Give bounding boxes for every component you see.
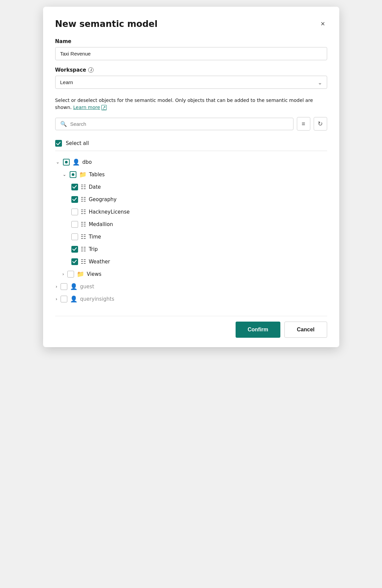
weather-checkbox[interactable] — [71, 258, 78, 265]
tables-checkbox[interactable] — [70, 171, 76, 178]
table-icon-hackneylicense: ☷ — [81, 208, 86, 215]
dialog-footer: Confirm Cancel — [55, 316, 327, 338]
hackneylicense-checkbox[interactable] — [71, 209, 78, 215]
geography-label: Geography — [89, 196, 117, 203]
queryinsights-checkbox[interactable] — [61, 296, 67, 302]
learn-more-link[interactable]: Learn more ↗ — [73, 104, 107, 111]
search-row: 🔍 ≡ ↻ — [55, 117, 327, 131]
tables-row: ⌄ 📁 Tables — [62, 168, 327, 181]
geography-checkbox[interactable] — [71, 196, 78, 203]
new-semantic-model-dialog: New semantic model × Name Workspace i Le… — [43, 7, 339, 347]
views-folder-icon: 📁 — [77, 270, 84, 278]
workspace-select-wrapper: Learn ⌄ — [55, 76, 327, 89]
filter-button[interactable]: ≡ — [297, 117, 310, 131]
guest-label: guest — [80, 284, 94, 290]
table-row-time: ☷ Time — [71, 230, 327, 243]
queryinsights-label: queryinsights — [80, 296, 114, 302]
select-all-checkbox[interactable] — [55, 140, 62, 147]
table-icon-date: ☷ — [81, 183, 86, 190]
guest-expand-button[interactable]: › — [55, 284, 58, 289]
date-checkbox[interactable] — [71, 184, 78, 190]
trip-checkbox[interactable] — [71, 246, 78, 253]
views-expand-button[interactable]: › — [62, 271, 65, 277]
name-field-section: Name — [55, 38, 327, 67]
weather-label: Weather — [89, 259, 110, 265]
medallion-label: Medallion — [89, 221, 113, 227]
search-box: 🔍 — [55, 118, 293, 130]
queryinsights-schema-icon: 👤 — [70, 295, 77, 302]
dialog-header: New semantic model × — [55, 19, 327, 29]
table-icon-weather: ☷ — [81, 258, 86, 265]
guest-schema-icon: 👤 — [70, 283, 77, 290]
schema-icon: 👤 — [72, 158, 80, 166]
dbo-label: dbo — [82, 159, 92, 165]
table-row-medallion: ☷ Medallion — [71, 218, 327, 230]
hackneylicense-label: HackneyLicense — [89, 209, 130, 215]
table-row-date: ☷ Date — [71, 181, 327, 193]
table-icon-medallion: ☷ — [81, 221, 86, 228]
folder-icon: 📁 — [79, 171, 86, 178]
trip-label: Trip — [89, 246, 98, 252]
close-button[interactable]: × — [319, 19, 327, 29]
table-icon-geography: ☷ — [81, 196, 86, 203]
dbo-checkbox[interactable] — [63, 159, 70, 166]
select-all-label: Select all — [66, 140, 89, 146]
workspace-select[interactable]: Learn — [55, 76, 327, 89]
medallion-checkbox[interactable] — [71, 221, 78, 228]
views-checkbox[interactable] — [67, 271, 74, 278]
table-row-geography: ☷ Geography — [71, 193, 327, 206]
search-icon: 🔍 — [60, 121, 67, 127]
date-label: Date — [89, 184, 101, 190]
queryinsights-expand-button[interactable]: › — [55, 296, 58, 301]
guest-checkbox[interactable] — [61, 283, 67, 290]
table-row-trip: ☷ Trip — [71, 243, 327, 255]
table-icon-trip: ☷ — [81, 246, 86, 253]
guest-row: › 👤 guest — [55, 280, 327, 293]
search-input[interactable] — [70, 121, 288, 127]
dialog-title: New semantic model — [55, 19, 158, 29]
table-row-weather: ☷ Weather — [71, 255, 327, 268]
dbo-row: ⌄ 👤 dbo — [55, 156, 327, 168]
workspace-label: Workspace i — [55, 67, 327, 73]
table-row-hackneylicense: ☷ HackneyLicense — [71, 206, 327, 218]
workspace-info-icon: i — [88, 67, 94, 73]
dbo-collapse-button[interactable]: ⌄ — [55, 159, 60, 164]
workspace-field-section: Workspace i Learn ⌄ — [55, 67, 327, 89]
name-label: Name — [55, 38, 327, 44]
table-icon-time: ☷ — [81, 233, 86, 240]
time-label: Time — [89, 234, 101, 240]
time-checkbox[interactable] — [71, 233, 78, 240]
cancel-button[interactable]: Cancel — [284, 322, 327, 338]
views-row: › 📁 Views — [62, 268, 327, 280]
confirm-button[interactable]: Confirm — [236, 322, 280, 338]
views-label: Views — [87, 271, 101, 277]
external-link-icon: ↗ — [101, 105, 107, 110]
select-all-row: Select all — [55, 137, 327, 151]
tree-area: ⌄ 👤 dbo ⌄ 📁 Tables ☷ Date — [55, 154, 327, 306]
refresh-button[interactable]: ↻ — [314, 117, 327, 131]
tables-collapse-button[interactable]: ⌄ — [62, 172, 67, 177]
name-input[interactable] — [55, 47, 327, 60]
description-text: Select or deselect objects for the seman… — [55, 97, 327, 111]
tables-label: Tables — [89, 172, 105, 178]
queryinsights-row: › 👤 queryinsights — [55, 293, 327, 305]
